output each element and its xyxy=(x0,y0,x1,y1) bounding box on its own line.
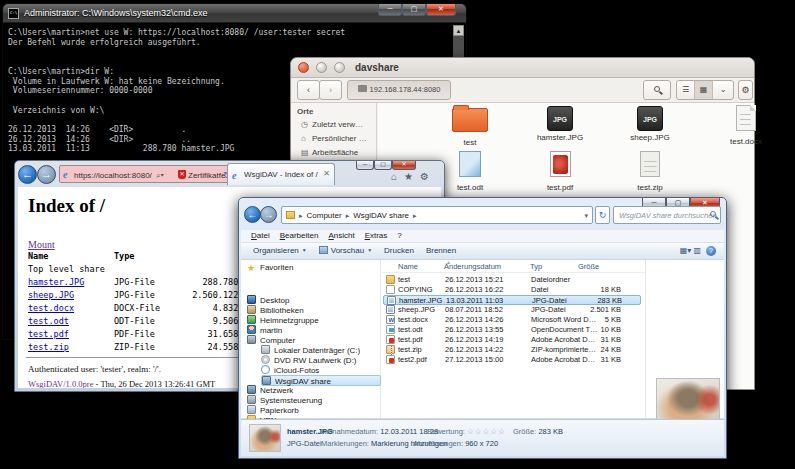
file-item[interactable]: sheep.JPG xyxy=(608,103,692,142)
menu-item[interactable]: Datei xyxy=(251,231,270,240)
address-breadcrumb-bar[interactable]: ▸Computer▸WsgiDAV share▸ ▾ xyxy=(281,206,593,224)
tab-close-icon[interactable]: ✕ xyxy=(323,169,330,178)
preview-pane-icon[interactable]: ▥ xyxy=(693,246,701,255)
grid-view-icon[interactable]: ▦ xyxy=(695,81,713,99)
toolbar-button[interactable]: Brennen xyxy=(426,246,456,255)
file-row[interactable]: hamster.JPG13.03.2011 11:03JPG-Datei283 … xyxy=(383,295,641,305)
help-icon[interactable]: ? xyxy=(706,246,716,256)
file-item[interactable]: test xyxy=(428,103,512,147)
view-options-chevron-icon[interactable]: ⌄ xyxy=(713,81,733,99)
minimize-button[interactable]: ─ xyxy=(356,161,374,170)
favorites-star-icon[interactable]: ★ xyxy=(404,171,420,182)
file-type: Datei xyxy=(531,285,549,294)
search-button[interactable] xyxy=(643,80,671,100)
column-headers: NameÄnderungsdatumTypGröße▲ xyxy=(382,260,645,273)
file-size: 4.832 Bytes xyxy=(28,303,269,313)
change-view-icon[interactable]: ▦▾ xyxy=(680,246,692,255)
forward-button[interactable]: → xyxy=(260,206,277,223)
nav-item-label: martin xyxy=(260,326,282,335)
details-rating[interactable]: Bewertung: ☆☆☆☆☆ xyxy=(427,427,506,436)
sidebar-item[interactable]: ◷Zuletzt verw… xyxy=(301,120,363,133)
address-bar[interactable]: e https://localhost:8080/ ⌕▾ ✕ Zertifika… xyxy=(59,165,235,183)
menu-item[interactable]: Extras xyxy=(365,231,388,240)
toolbar-button[interactable]: Vorschau▼ xyxy=(319,246,372,255)
file-item[interactable]: hamster.JPG xyxy=(518,103,602,142)
file-item[interactable]: test.docx xyxy=(704,103,788,146)
file-row[interactable]: test.zip26.12.2013 14:22ZIP-komprimierte… xyxy=(383,345,641,355)
column-header[interactable]: Größe xyxy=(578,262,599,271)
home-icon[interactable]: ⌂ xyxy=(391,171,404,182)
forward-button[interactable]: › xyxy=(319,80,342,100)
minimize-button[interactable]: ─ xyxy=(378,4,402,16)
toolbar-button[interactable]: Organisieren▼ xyxy=(253,246,307,255)
toolbar-button[interactable]: Drucken xyxy=(384,246,414,255)
file-row[interactable]: test26.12.2013 15:21Dateiordner xyxy=(383,275,641,285)
file-item[interactable]: test.zip xyxy=(608,149,692,192)
minimize-button[interactable] xyxy=(316,62,327,73)
share-label: Top level share xyxy=(28,264,105,274)
odt-file-icon xyxy=(386,325,395,334)
column-header[interactable]: Name xyxy=(398,262,418,271)
close-button[interactable]: ✕ xyxy=(392,161,416,170)
pdf-file-icon xyxy=(386,355,395,364)
forward-button[interactable]: → xyxy=(37,165,56,184)
file-size: 24.558 Bytes xyxy=(28,342,269,352)
file-row[interactable]: COPYING26.12.2013 16:22Datei18 KB xyxy=(383,285,641,295)
wsgidav-version-link[interactable]: WsgiDAV/1.0.0pre xyxy=(28,379,93,388)
file-row[interactable]: sheep.JPG08.07.2011 18:52JPG-Datei2.501 … xyxy=(383,305,641,315)
search-box[interactable]: WsgiDAV share durchsuchen xyxy=(613,206,721,224)
back-button[interactable]: ← xyxy=(18,165,37,184)
folder-icon: ▤ xyxy=(301,148,309,157)
cmd-titlebar[interactable]: Administrator: C:\Windows\system32\cmd.e… xyxy=(3,4,466,23)
nautilus-titlebar[interactable]: davshare xyxy=(291,58,754,78)
back-button[interactable]: ‹ xyxy=(297,80,320,100)
certificate-error-icon: ✕ xyxy=(178,170,186,179)
page-footer: WsgiDAV/1.0.0pre - Thu, 26 Dec 2013 13:2… xyxy=(28,379,215,388)
file-size: 288.780 Bytes xyxy=(28,277,269,287)
mount-link[interactable]: Mount xyxy=(28,239,55,250)
file-row[interactable]: test2.pdf27.12.2013 15:00Adobe Acrobat D… xyxy=(383,355,641,365)
column-header[interactable]: Typ xyxy=(530,262,542,271)
folder-icon xyxy=(286,211,295,219)
details-dimensions: Abmessungen: 960 x 720 xyxy=(413,439,498,448)
sidebar-item-label: Arbeitsfläche xyxy=(312,148,358,157)
gear-menu-button[interactable]: ⚙ xyxy=(738,80,753,100)
back-button[interactable]: ← xyxy=(244,206,261,223)
menu-item[interactable]: Bearbeiten xyxy=(280,231,319,240)
page-title: Index of / xyxy=(28,195,105,217)
file-date: 26.12.2013 13:55 xyxy=(445,325,503,334)
url-text[interactable]: https://localhost:8080/ xyxy=(74,171,152,180)
file-file-icon xyxy=(386,285,395,294)
dropdown-arrow-icon: ▼ xyxy=(367,247,372,253)
file-row[interactable]: test.docx26.12.2013 14:26Microsoft Word … xyxy=(383,315,641,325)
file-row[interactable]: test.pdf26.12.2013 14:19Adobe Acrobat D…… xyxy=(383,335,641,345)
menu-item[interactable]: ? xyxy=(397,231,401,240)
menu-item[interactable]: Ansicht xyxy=(328,231,354,240)
search-icon xyxy=(654,86,660,92)
file-item[interactable]: test.pdf xyxy=(518,149,602,192)
search-icon xyxy=(710,211,716,217)
sidebar-item[interactable]: ⌂Persönlicher … xyxy=(301,134,367,147)
address-dropdown-chevron-icon[interactable]: ▾ xyxy=(584,212,588,220)
maximize-button[interactable]: ▢ xyxy=(402,4,426,16)
settings-gear-icon[interactable]: ⚙ xyxy=(420,171,436,182)
breadcrumb-segment[interactable]: Computer xyxy=(307,211,342,220)
nav-item[interactable]: ★Favoriten xyxy=(247,263,293,274)
close-button[interactable]: ✕ xyxy=(426,4,456,16)
netdrive-icon xyxy=(262,376,271,385)
file-name: test.docx xyxy=(398,315,428,324)
maximize-button[interactable] xyxy=(334,62,345,73)
location-breadcrumb[interactable]: 192.168.178.44:8080 xyxy=(347,80,451,100)
file-size: 10 KB xyxy=(561,325,621,334)
browser-tab[interactable]: e WsgiDAV - Index of / ✕ xyxy=(227,163,335,185)
column-header[interactable]: Änderungsdatum xyxy=(444,262,501,271)
refresh-button[interactable]: ↻ xyxy=(595,206,610,224)
close-button[interactable] xyxy=(298,62,309,73)
search-icon[interactable]: ⌕▾ xyxy=(156,171,164,181)
maximize-button[interactable]: ▢ xyxy=(374,161,392,170)
breadcrumb-segment[interactable]: WsgiDAV share xyxy=(353,211,409,220)
list-view-icon[interactable]: ☰ xyxy=(677,81,695,99)
file-date: 08.07.2011 18:52 xyxy=(445,305,503,314)
scroll-up-icon[interactable]: ▲ xyxy=(453,25,464,36)
file-row[interactable]: test.odt26.12.2013 13:55OpenDocument T…1… xyxy=(383,325,641,335)
